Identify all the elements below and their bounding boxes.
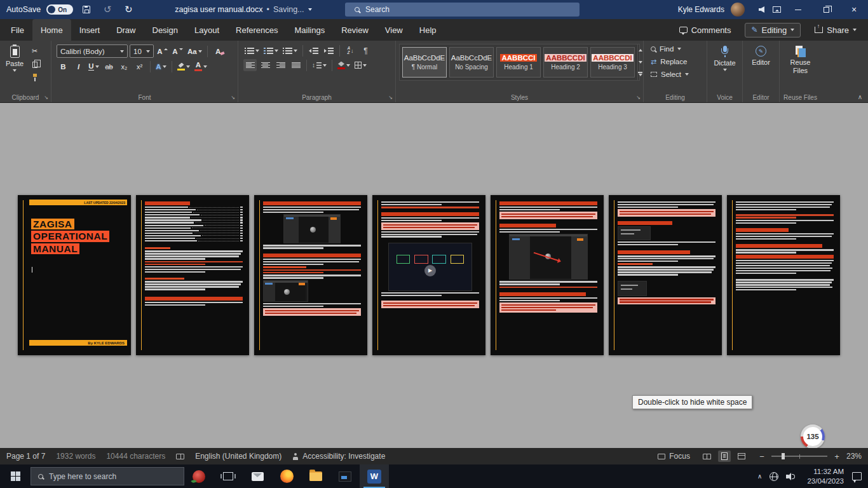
action-center-icon[interactable] [852, 472, 862, 480]
strikethrough-button[interactable]: ab [102, 60, 116, 72]
replace-button[interactable]: ⇄Replace [645, 55, 705, 68]
taskbar-app-firefox[interactable] [272, 464, 301, 488]
volume-icon[interactable] [786, 473, 796, 480]
copy-button[interactable] [28, 58, 41, 71]
page-2[interactable] [136, 195, 249, 355]
search-box[interactable]: Search [345, 3, 580, 17]
bold-button[interactable]: B [57, 60, 70, 72]
word-count[interactable]: 1932 words [56, 452, 95, 461]
save-button[interactable] [79, 1, 94, 18]
proofing-status[interactable] [176, 454, 184, 459]
suggestions-badge[interactable]: 135 [801, 424, 825, 448]
align-right-button[interactable] [274, 59, 287, 71]
select-button[interactable]: Select [645, 68, 705, 81]
increase-indent-button[interactable] [322, 44, 336, 57]
avatar[interactable] [731, 3, 745, 17]
justify-button[interactable] [289, 59, 302, 71]
borders-button[interactable] [353, 59, 368, 71]
network-icon[interactable] [770, 472, 778, 481]
decrease-indent-button[interactable] [307, 44, 320, 57]
zoom-slider[interactable] [771, 456, 827, 457]
close-button[interactable]: × [840, 0, 868, 19]
line-spacing-button[interactable]: ↕ [311, 59, 328, 71]
find-button[interactable]: Find [645, 43, 705, 55]
style-heading-2[interactable]: AABBCCDIHeading 2 [543, 47, 588, 78]
document-canvas[interactable]: LAST UPDATED 22/04/2023ZAGISAOPERATIONAL… [0, 103, 868, 448]
tab-view[interactable]: View [377, 19, 411, 41]
font-color-button[interactable]: A [193, 60, 208, 72]
reuse-files-button[interactable]: Reuse Files [781, 43, 820, 76]
highlight-button[interactable] [176, 60, 191, 72]
style-no-spacing[interactable]: AaBbCcDdENo Spacing [449, 47, 494, 78]
styles-more-button[interactable] [638, 68, 642, 80]
style-heading-3[interactable]: AABBCCDIHeading 3 [590, 47, 635, 78]
align-left-button[interactable] [243, 59, 257, 71]
numbering-button[interactable] [262, 44, 280, 57]
tab-home[interactable]: Home [32, 19, 71, 41]
tab-file[interactable]: File [3, 19, 32, 41]
font-family-combobox[interactable]: Calibri (Body) [57, 44, 128, 58]
whats-new-button[interactable] [754, 1, 769, 18]
restore-button[interactable] [812, 0, 840, 19]
task-view-button[interactable] [214, 464, 243, 488]
bullets-button[interactable] [243, 44, 261, 57]
subscript-button[interactable]: x₂ [118, 60, 131, 72]
paste-button[interactable]: Paste [1, 43, 28, 84]
ribbon-display-options-button[interactable] [769, 1, 784, 18]
page-5[interactable] [491, 195, 604, 355]
editor-button[interactable]: ✎ Editor [744, 43, 778, 69]
start-button[interactable] [0, 464, 31, 488]
focus-button[interactable]: Focus [658, 452, 690, 461]
accessibility-status[interactable]: Accessibility: Investigate [292, 452, 385, 461]
multilevel-list-button[interactable] [281, 44, 299, 57]
text-effects-button[interactable]: A [154, 60, 168, 72]
document-title-group[interactable]: zagisa user manual.docx • Saving... [175, 5, 311, 14]
cut-button[interactable]: ✂ [28, 45, 41, 57]
font-dialog-launcher[interactable]: ↘ [231, 95, 235, 100]
redo-button[interactable]: ↻ [121, 1, 136, 18]
autosave-toggle[interactable]: On [46, 4, 73, 15]
style-heading-1[interactable]: AABBCCIHeading 1 [496, 47, 541, 78]
styles-dialog-launcher[interactable]: ↘ [636, 95, 641, 100]
editing-mode-button[interactable]: ✎ Editing [745, 23, 801, 37]
print-layout-button[interactable] [718, 451, 731, 462]
taskbar-app-rose[interactable] [184, 464, 214, 488]
comments-button[interactable]: Comments [679, 25, 731, 35]
taskbar-app-word[interactable]: W [360, 464, 389, 488]
tab-layout[interactable]: Layout [186, 19, 227, 41]
share-button[interactable]: ↑ Share [815, 25, 857, 35]
zoom-level[interactable]: 23% [846, 452, 862, 461]
zoom-out-button[interactable]: − [758, 452, 766, 461]
grow-font-button[interactable]: A [156, 45, 169, 57]
show-formatting-marks-button[interactable]: ¶ [359, 44, 372, 57]
page-4[interactable]: ▶ [372, 195, 485, 355]
styles-scroll-down-button[interactable] [638, 57, 642, 69]
page-1[interactable]: LAST UPDATED 22/04/2023ZAGISAOPERATIONAL… [18, 195, 131, 355]
page-7[interactable] [727, 195, 840, 355]
read-mode-button[interactable] [700, 451, 714, 462]
align-center-button[interactable] [259, 59, 272, 71]
tab-design[interactable]: Design [144, 19, 186, 41]
minimize-button[interactable] [784, 0, 812, 19]
superscript-button[interactable]: x² [133, 60, 146, 72]
font-size-combobox[interactable]: 10 [130, 44, 154, 58]
web-layout-button[interactable] [735, 451, 749, 462]
tab-mailings[interactable]: Mailings [287, 19, 334, 41]
underline-button[interactable]: U [87, 60, 100, 72]
tab-help[interactable]: Help [411, 19, 445, 41]
shrink-font-button[interactable]: A [171, 45, 184, 57]
zoom-slider-thumb[interactable] [782, 453, 785, 459]
page-indicator[interactable]: Page 1 of 7 [6, 452, 45, 461]
clipboard-dialog-launcher[interactable]: ↘ [44, 95, 48, 100]
taskbar-app-file-explorer[interactable] [301, 464, 330, 488]
change-case-button[interactable]: Aa [186, 45, 203, 57]
paragraph-dialog-launcher[interactable]: ↘ [388, 95, 393, 100]
hidden-icons-chevron[interactable]: ∧ [757, 473, 762, 480]
zoom-in-button[interactable]: + [833, 452, 841, 461]
shading-button[interactable] [336, 59, 351, 71]
tab-review[interactable]: Review [333, 19, 377, 41]
taskbar-app-mail[interactable] [243, 464, 272, 488]
italic-button[interactable]: I [72, 60, 85, 72]
page-3[interactable] [254, 195, 367, 355]
page-6[interactable] [609, 195, 722, 355]
